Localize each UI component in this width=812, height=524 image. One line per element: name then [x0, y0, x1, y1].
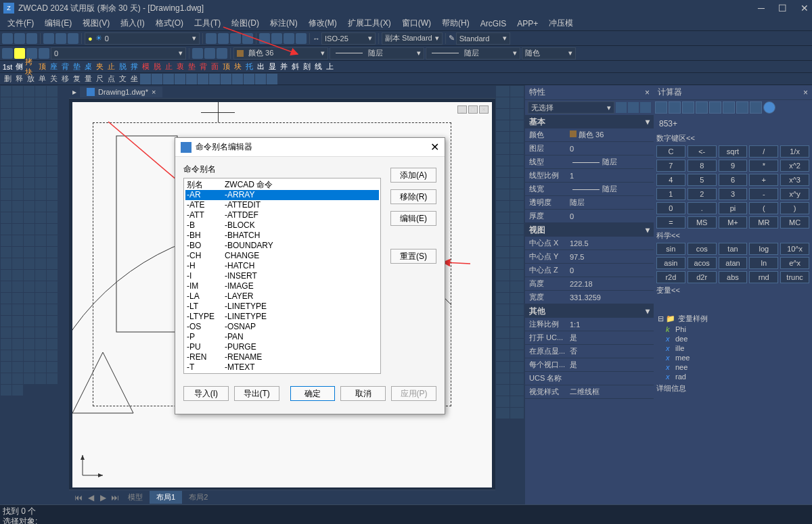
menu-item[interactable]: APP+ [512, 18, 543, 30]
menu-item[interactable]: 标注(N) [265, 16, 303, 30]
char-ico[interactable] [209, 74, 220, 85]
calc-key[interactable]: 2 [687, 188, 717, 200]
layout-prev-icon[interactable]: ◀ [85, 493, 97, 502]
char-btn[interactable]: 单 [37, 74, 47, 85]
char-btn[interactable]: 移 [60, 74, 70, 85]
right-tool-icon[interactable] [510, 224, 524, 235]
alias-row[interactable]: -ATT-ATTDEF [185, 210, 379, 220]
calc-key[interactable]: 6 [719, 174, 748, 186]
right-tool-icon[interactable] [510, 316, 524, 327]
left-tool-icon[interactable] [35, 258, 46, 269]
left-tool-icon[interactable] [35, 132, 46, 143]
canvas-min-icon[interactable]: _ [457, 105, 467, 114]
alias-list[interactable]: 别名ZWCAD 命令-AR-ARRAY-ATE-ATTEDIT-ATT-ATTD… [183, 178, 381, 374]
left-tool-icon[interactable] [47, 362, 58, 373]
cancel-button[interactable]: 取消 [340, 386, 386, 401]
calc-key[interactable]: 3 [719, 188, 748, 200]
left-tool-icon[interactable] [35, 327, 46, 338]
left-tool-icon[interactable] [1, 143, 12, 154]
right-tool-icon[interactable] [496, 132, 510, 143]
left-tool-icon[interactable] [12, 270, 23, 281]
calc-tb-2-icon[interactable] [669, 101, 681, 114]
alias-row[interactable]: -PU-PURGE [185, 342, 379, 352]
left-tool-icon[interactable] [1, 258, 12, 269]
alias-row[interactable]: -REN-RENAME [185, 352, 379, 362]
char-ico[interactable] [140, 74, 151, 85]
right-tool-icon[interactable] [510, 339, 524, 350]
apply-button[interactable]: 应用(P) [391, 386, 436, 401]
left-tool-icon[interactable] [47, 109, 58, 120]
var-row[interactable]: xrad [656, 372, 809, 381]
char-btn[interactable]: 垫 [71, 62, 82, 72]
char-btn[interactable]: 侧 [14, 62, 24, 72]
left-tool-icon[interactable] [12, 339, 23, 350]
alias-row[interactable]: -T-MTEXT [185, 362, 379, 373]
char-btn[interactable]: 衷 [175, 62, 185, 72]
right-tool-icon[interactable] [510, 189, 524, 200]
color-combo[interactable]: 颜色 36▾ [233, 47, 328, 59]
right-tool-icon[interactable] [496, 201, 510, 212]
tb2-icon-5[interactable] [192, 48, 203, 59]
right-tool-icon[interactable] [510, 178, 524, 189]
left-tool-icon[interactable] [47, 327, 58, 338]
left-tool-icon[interactable] [1, 373, 12, 384]
char-btn[interactable]: 顶 [221, 62, 231, 72]
left-tool-icon[interactable] [35, 339, 46, 350]
left-tool-icon[interactable] [12, 143, 23, 154]
alias-row[interactable]: -LA-LAYER [185, 291, 379, 302]
calc-key[interactable]: 9 [719, 160, 748, 172]
left-tool-icon[interactable] [35, 155, 46, 166]
calc-key[interactable]: asin [656, 257, 685, 269]
left-tool-icon[interactable] [35, 120, 46, 131]
char-btn[interactable]: 线 [313, 62, 323, 72]
tb-icon-d[interactable] [296, 33, 307, 44]
left-tool-icon[interactable] [12, 201, 23, 212]
left-tool-icon[interactable] [1, 178, 12, 189]
right-tool-icon[interactable] [496, 385, 510, 396]
right-tool-icon[interactable] [510, 235, 524, 246]
alias-row[interactable]: -CHCHANGE [185, 251, 379, 261]
left-tool-icon[interactable] [1, 97, 12, 108]
menu-item[interactable]: 修改(M) [303, 16, 342, 30]
tb2-icon-4[interactable] [39, 48, 49, 59]
left-tool-icon[interactable] [12, 316, 23, 327]
layout-last-icon[interactable]: ⏭ [109, 493, 121, 502]
layer-lock-icon[interactable] [230, 33, 241, 44]
doc-tab[interactable]: Drawing1.dwg* × [80, 87, 162, 97]
right-tool-icon[interactable] [510, 258, 524, 269]
left-tool-icon[interactable] [1, 235, 12, 246]
calc-key[interactable]: MS [687, 216, 717, 229]
layer-freeze-icon[interactable] [218, 33, 229, 44]
layout-tab-1[interactable]: 布局1 [150, 491, 182, 504]
left-tool-icon[interactable] [1, 155, 12, 166]
left-tool-icon[interactable] [24, 362, 35, 373]
calc-key[interactable]: x^3 [780, 174, 809, 186]
left-tool-icon[interactable] [24, 258, 35, 269]
right-tool-icon[interactable] [496, 224, 510, 235]
left-tool-icon[interactable] [47, 143, 58, 154]
export-button[interactable]: 导出(T) [234, 386, 279, 401]
vars-root[interactable]: ⊟ 📁 变量样例 [656, 313, 809, 325]
calc-key[interactable]: * [749, 160, 778, 172]
new-icon[interactable] [2, 33, 13, 44]
minimize-button[interactable]: ─ [758, 3, 765, 14]
left-tool-icon[interactable] [12, 155, 23, 166]
char-btn[interactable]: 关 [48, 74, 59, 85]
left-tool-icon[interactable] [12, 166, 23, 177]
left-tool-icon[interactable] [1, 109, 12, 120]
char-btn[interactable]: 顶 [37, 62, 47, 72]
left-tool-icon[interactable] [47, 189, 58, 200]
lineweight-combo[interactable]: 随层▾ [426, 47, 520, 59]
calc-key[interactable]: - [749, 188, 778, 200]
right-tool-icon[interactable] [510, 212, 524, 223]
left-tool-icon[interactable] [24, 339, 35, 350]
calc-key[interactable]: / [749, 145, 778, 158]
substd-combo[interactable]: 副本 Standard▾ [382, 32, 443, 45]
tab-prev-icon[interactable]: ▸ [69, 87, 80, 97]
left-tool-icon[interactable] [24, 143, 35, 154]
layer-color-icon[interactable] [242, 33, 253, 44]
layer-tool-icon[interactable] [206, 33, 217, 44]
right-tool-icon[interactable] [510, 293, 524, 304]
calc-key[interactable]: r2d [656, 271, 685, 283]
right-tool-icon[interactable] [496, 97, 510, 108]
